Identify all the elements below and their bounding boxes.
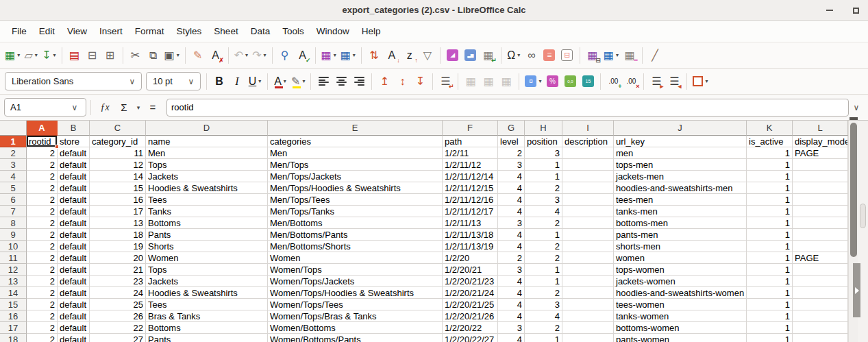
cell-B4[interactable]: default bbox=[58, 171, 90, 182]
export-pdf-button[interactable]: ▤ bbox=[66, 47, 83, 64]
column-button[interactable]: ▦▾ bbox=[339, 47, 357, 64]
cell-E7[interactable]: Men/Tops/Tanks bbox=[268, 206, 443, 217]
cell-F14[interactable]: 1/2/20/21/24 bbox=[443, 287, 498, 299]
cell-B10[interactable]: default bbox=[58, 241, 90, 252]
cell-K6[interactable]: 1 bbox=[747, 194, 793, 206]
cell-K4[interactable]: 1 bbox=[747, 171, 793, 182]
insert-pivot-table-button[interactable]: ▦↵ bbox=[480, 47, 497, 64]
cell-F8[interactable]: 1/2/11/13 bbox=[443, 217, 498, 229]
save-button[interactable]: ↧▾ bbox=[40, 47, 57, 64]
cell-D6[interactable]: Tees bbox=[146, 194, 268, 206]
cell-H3[interactable]: 1 bbox=[525, 159, 562, 171]
cell-F2[interactable]: 1/2/11 bbox=[443, 147, 498, 159]
formula-input[interactable] bbox=[166, 99, 849, 117]
cell-H5[interactable]: 2 bbox=[525, 182, 562, 194]
align-center-button[interactable] bbox=[333, 73, 349, 90]
cell-A8[interactable]: 2 bbox=[27, 217, 58, 229]
row-header-9[interactable]: 9 bbox=[0, 229, 27, 241]
cell-L11[interactable]: PAGE bbox=[793, 252, 848, 264]
cell-F6[interactable]: 1/2/11/12/16 bbox=[443, 194, 498, 206]
cell-C17[interactable]: 22 bbox=[90, 322, 146, 334]
cell-C18[interactable]: 27 bbox=[90, 334, 146, 342]
cell-J16[interactable]: tanks-women bbox=[614, 310, 747, 322]
print-preview-button[interactable]: ⊞ bbox=[102, 47, 119, 64]
cell-B3[interactable]: default bbox=[58, 159, 90, 171]
row-header-10[interactable]: 10 bbox=[0, 241, 27, 252]
insert-comment-button[interactable]: ☰ bbox=[541, 47, 558, 64]
cell-D3[interactable]: Tops bbox=[146, 159, 268, 171]
cell-K9[interactable]: 1 bbox=[747, 229, 793, 241]
autofilter-button[interactable]: ▽ bbox=[419, 47, 436, 64]
define-print-area-button[interactable]: ▦⊟ bbox=[584, 47, 601, 64]
cell-I17[interactable] bbox=[562, 322, 614, 334]
cell-H16[interactable]: 4 bbox=[525, 310, 562, 322]
cell-C8[interactable]: 13 bbox=[90, 217, 146, 229]
row-header-13[interactable]: 13 bbox=[0, 276, 27, 287]
increase-indent-button[interactable]: ☰► bbox=[648, 73, 665, 90]
cell-G6[interactable]: 4 bbox=[498, 194, 525, 206]
cell-C5[interactable]: 15 bbox=[90, 182, 146, 194]
cell-J9[interactable]: pants-men bbox=[614, 229, 747, 241]
cell-L12[interactable] bbox=[793, 264, 848, 276]
cell-G2[interactable]: 2 bbox=[498, 147, 525, 159]
cell-C15[interactable]: 25 bbox=[90, 299, 146, 310]
cell-L14[interactable] bbox=[793, 287, 848, 299]
format-as-currency-dropdown-icon[interactable]: ▾ bbox=[538, 78, 541, 84]
cell-I18[interactable] bbox=[562, 334, 614, 342]
cell-D9[interactable]: Pants bbox=[146, 229, 268, 241]
align-bottom-button[interactable]: ↧ bbox=[412, 73, 428, 90]
cell-D17[interactable]: Bottoms bbox=[146, 322, 268, 334]
cell-D14[interactable]: Hoodies & Sweatshirts bbox=[146, 287, 268, 299]
cell-L17[interactable] bbox=[793, 322, 848, 334]
cell-K14[interactable]: 1 bbox=[747, 287, 793, 299]
cell-H15[interactable]: 3 bbox=[525, 299, 562, 310]
spelling-button[interactable]: A✓ bbox=[295, 47, 311, 64]
menu-sheet[interactable]: Sheet bbox=[208, 23, 244, 39]
cell-D15[interactable]: Tees bbox=[146, 299, 268, 310]
cell-C12[interactable]: 21 bbox=[90, 264, 146, 276]
cell-F17[interactable]: 1/2/20/22 bbox=[443, 322, 498, 334]
cell-E1[interactable]: categories bbox=[268, 136, 443, 147]
menu-format[interactable]: Format bbox=[129, 23, 171, 39]
cell-F4[interactable]: 1/2/11/12/14 bbox=[443, 171, 498, 182]
cell-A7[interactable]: 2 bbox=[27, 206, 58, 217]
cell-L18[interactable] bbox=[793, 334, 848, 342]
menu-window[interactable]: Window bbox=[310, 23, 356, 39]
cell-G8[interactable]: 3 bbox=[498, 217, 525, 229]
cell-J8[interactable]: bottoms-men bbox=[614, 217, 747, 229]
cell-I16[interactable] bbox=[562, 310, 614, 322]
special-character-dropdown-icon[interactable]: ▾ bbox=[517, 52, 520, 58]
row-header-1[interactable]: 1 bbox=[0, 136, 27, 147]
cell-A5[interactable]: 2 bbox=[27, 182, 58, 194]
row-header-2[interactable]: 2 bbox=[0, 147, 27, 159]
cell-I12[interactable] bbox=[562, 264, 614, 276]
cell-E6[interactable]: Men/Tops/Tees bbox=[268, 194, 443, 206]
cell-L2[interactable]: PAGE bbox=[793, 147, 848, 159]
freeze-rows-and-columns-button[interactable]: ▦▾ bbox=[602, 47, 620, 64]
cell-G1[interactable]: level bbox=[498, 136, 525, 147]
cell-E8[interactable]: Men/Bottoms bbox=[268, 217, 443, 229]
row-header-14[interactable]: 14 bbox=[0, 287, 27, 299]
cell-H2[interactable]: 3 bbox=[525, 147, 562, 159]
font-color-dropdown-icon[interactable]: ▾ bbox=[284, 78, 286, 84]
cell-C9[interactable]: 18 bbox=[90, 229, 146, 241]
cell-A11[interactable]: 2 bbox=[27, 252, 58, 264]
paste-button[interactable]: ▣▾ bbox=[163, 47, 181, 64]
copy-button[interactable]: ⧉ bbox=[145, 47, 162, 64]
column-header-H[interactable]: H bbox=[525, 121, 562, 136]
cell-G17[interactable]: 3 bbox=[498, 322, 525, 334]
cell-F13[interactable]: 1/2/20/21/23 bbox=[443, 276, 498, 287]
cell-I13[interactable] bbox=[562, 276, 614, 287]
cell-E16[interactable]: Women/Tops/Bras & Tanks bbox=[268, 310, 443, 322]
row-header-11[interactable]: 11 bbox=[0, 252, 27, 264]
cell-I10[interactable] bbox=[562, 241, 614, 252]
align-left-button[interactable] bbox=[315, 73, 332, 90]
cell-K11[interactable]: 1 bbox=[747, 252, 793, 264]
cell-H12[interactable]: 1 bbox=[525, 264, 562, 276]
format-as-currency-button[interactable]: ¤▾ bbox=[523, 73, 543, 90]
menu-styles[interactable]: Styles bbox=[171, 23, 208, 39]
paste-dropdown-icon[interactable]: ▾ bbox=[177, 52, 179, 58]
cell-A17[interactable]: 2 bbox=[27, 322, 58, 334]
row-header-8[interactable]: 8 bbox=[0, 217, 27, 229]
cell-C13[interactable]: 23 bbox=[90, 276, 146, 287]
